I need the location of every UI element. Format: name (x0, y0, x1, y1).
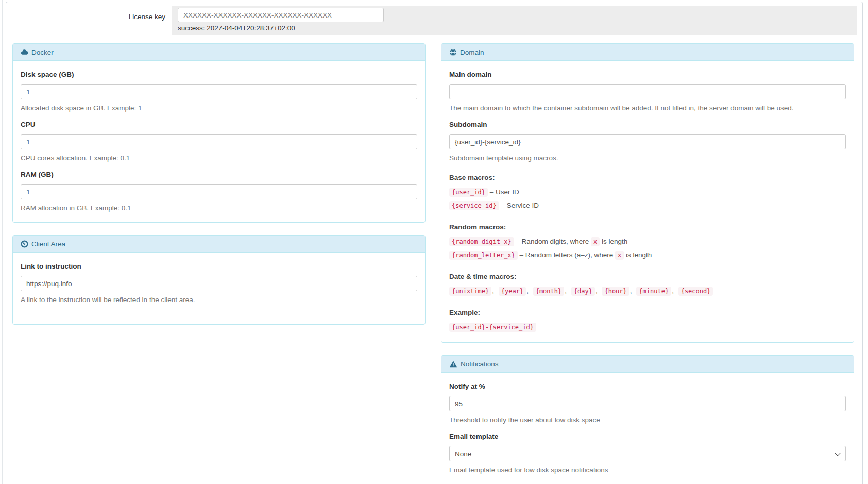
domain-panel-body: Main domain The main domain to which the… (441, 61, 854, 342)
unixtime-macro-chip: {unixtime} (449, 287, 491, 296)
viewport-edge-line (2, 0, 3, 484)
notify-at-label: Notify at % (449, 382, 846, 391)
notifications-panel-body: Notify at % Threshold to notify the user… (441, 373, 854, 484)
random-letter-desc-pre: – Random letters (a–z), where (520, 251, 614, 259)
docker-panel-body: Disk space (GB) Allocated disk space in … (13, 61, 425, 222)
x-length-chip: x (591, 237, 600, 246)
license-key-label: License key (6, 6, 172, 35)
license-status-text: success: 2027-04-04T20:28:37+02:00 (178, 24, 850, 32)
docker-panel-header: Docker (13, 44, 425, 61)
user-id-macro-desc: – User ID (490, 188, 519, 196)
base-macros-group: Base macros: {user_id} – User ID {servic… (449, 173, 846, 212)
disk-space-input[interactable] (21, 84, 417, 99)
main-domain-input[interactable] (449, 84, 846, 99)
email-template-select-wrap: None (449, 446, 846, 461)
client-area-panel: Client Area Link to instruction A link t… (12, 235, 426, 325)
month-macro-chip: {month} (533, 287, 565, 296)
macro-line-random-letter: {random_letter_x} – Random letters (a–z)… (449, 248, 846, 262)
email-template-label: Email template (449, 432, 846, 441)
gauge-icon (21, 240, 28, 248)
example-heading: Example: (449, 308, 846, 318)
main-domain-field: Main domain The main domain to which the… (449, 70, 846, 113)
email-template-select[interactable]: None (449, 446, 846, 461)
email-template-field: Email template None Email template used … (449, 432, 846, 475)
client-area-panel-header: Client Area (13, 236, 425, 253)
subdomain-help: Subdomain template using macros. (449, 154, 846, 163)
second-macro-chip: {second} (678, 287, 713, 296)
main-domain-help: The main domain to which the container s… (449, 104, 846, 113)
cpu-field: CPU CPU cores allocation. Example: 0.1 (21, 120, 417, 163)
example-line: {user_id}-{service_id} (449, 321, 846, 334)
disk-space-field: Disk space (GB) Allocated disk space in … (21, 70, 417, 113)
notifications-panel: Notifications Notify at % Threshold to n… (441, 355, 854, 484)
disk-space-help: Allocated disk space in GB. Example: 1 (21, 104, 417, 113)
macro-separator: , (672, 287, 674, 295)
macro-separator: , (630, 287, 632, 295)
random-digit-desc-post: is length (602, 238, 627, 245)
notify-at-input[interactable] (449, 396, 846, 411)
main-domain-label: Main domain (449, 70, 846, 79)
docker-panel: Docker Disk space (GB) Allocated disk sp… (12, 43, 426, 223)
ram-label: RAM (GB) (21, 170, 417, 179)
notify-at-help: Threshold to notify the user about low d… (449, 415, 846, 425)
license-key-cell: success: 2027-04-04T20:28:37+02:00 (172, 6, 857, 35)
cpu-input[interactable] (21, 134, 417, 149)
ram-field: RAM (GB) RAM allocation in GB. Example: … (21, 170, 417, 213)
notify-at-field: Notify at % Threshold to notify the user… (449, 382, 846, 425)
subdomain-field: Subdomain Subdomain template using macro… (449, 120, 846, 163)
disk-space-label: Disk space (GB) (21, 70, 417, 79)
left-column: Docker Disk space (GB) Allocated disk sp… (12, 43, 426, 484)
module-settings-page: License key success: 2027-04-04T20:28:37… (6, 2, 863, 484)
example-macro-chip: {user_id}-{service_id} (449, 323, 536, 332)
user-id-macro-chip: {user_id} (449, 188, 488, 197)
day-macro-chip: {day} (571, 287, 595, 296)
client-area-panel-body: Link to instruction A link to the instru… (13, 253, 425, 324)
ram-input[interactable] (21, 184, 417, 199)
subdomain-input[interactable] (449, 134, 846, 149)
service-id-macro-chip: {service_id} (449, 201, 499, 210)
macro-separator: , (595, 287, 598, 295)
macro-separator: , (526, 287, 529, 295)
minute-macro-chip: {minute} (636, 287, 671, 296)
random-letter-desc-post: is length (626, 251, 652, 259)
macro-line-user-id: {user_id} – User ID (449, 186, 846, 199)
random-macros-heading: Random macros: (449, 223, 846, 232)
random-digit-macro-chip: {random_digit_x} (449, 237, 514, 246)
macro-line-random-digit: {random_digit_x} – Random digits, where … (449, 235, 846, 248)
base-macros-heading: Base macros: (449, 173, 846, 182)
globe-icon (449, 48, 457, 56)
right-column: Domain Main domain The main domain to wh… (441, 43, 854, 484)
notifications-panel-header: Notifications (441, 356, 854, 373)
docker-panel-title: Docker (31, 48, 54, 56)
cpu-label: CPU (21, 120, 417, 129)
link-instruction-input[interactable] (21, 276, 417, 291)
datetime-macros-line: {unixtime}, {year}, {month}, {day}, {hou… (449, 285, 846, 298)
ram-help: RAM allocation in GB. Example: 0.1 (21, 204, 417, 213)
datetime-macros-heading: Date & time macros: (449, 272, 846, 281)
service-id-macro-desc: – Service ID (501, 202, 539, 209)
cpu-help: CPU cores allocation. Example: 0.1 (21, 154, 417, 163)
datetime-macros-group: Date & time macros: {unixtime}, {year}, … (449, 272, 846, 298)
random-digit-desc-pre: – Random digits, where (516, 238, 589, 245)
random-letter-macro-chip: {random_letter_x} (449, 251, 518, 260)
notifications-panel-title: Notifications (461, 360, 499, 368)
subdomain-label: Subdomain (449, 120, 846, 129)
hour-macro-chip: {hour} (602, 287, 629, 296)
random-macros-group: Random macros: {random_digit_x} – Random… (449, 223, 846, 262)
example-group: Example: {user_id}-{service_id} (449, 308, 846, 334)
link-instruction-label: Link to instruction (21, 262, 417, 271)
cloud-icon (21, 48, 28, 56)
email-template-help: Email template used for low disk space n… (449, 465, 846, 475)
macro-separator: , (565, 287, 567, 295)
x-length-chip: x (615, 251, 624, 260)
warning-icon (449, 360, 457, 368)
domain-panel-title: Domain (460, 48, 484, 56)
domain-panel: Domain Main domain The main domain to wh… (441, 43, 854, 343)
domain-panel-header: Domain (441, 44, 854, 61)
license-key-input[interactable] (178, 8, 384, 22)
panels-row: Docker Disk space (GB) Allocated disk sp… (6, 35, 862, 484)
macro-separator: , (492, 287, 494, 295)
link-instruction-field: Link to instruction A link to the instru… (21, 262, 417, 305)
client-area-panel-title: Client Area (31, 240, 65, 248)
year-macro-chip: {year} (499, 287, 526, 296)
